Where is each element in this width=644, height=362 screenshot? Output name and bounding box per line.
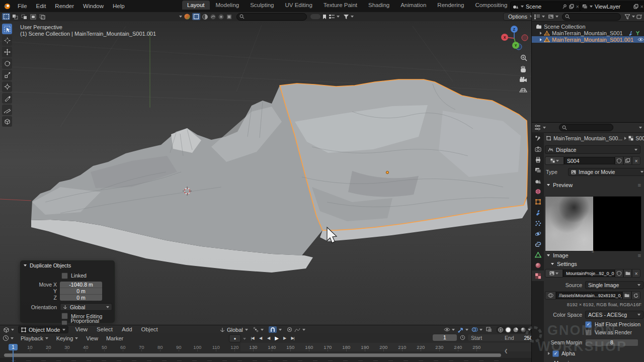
tab-modeling[interactable]: Modeling bbox=[211, 1, 245, 10]
half-float-checkbox[interactable]: ✓ bbox=[585, 321, 592, 328]
scene-selector[interactable]: Scene × bbox=[510, 2, 582, 12]
prev-keyframe-button[interactable]: ◀ bbox=[257, 334, 264, 341]
overlays-toggle-icon[interactable] bbox=[471, 327, 478, 332]
filepath-reload-icon[interactable] bbox=[631, 291, 640, 300]
close-viewlayer-icon[interactable]: × bbox=[640, 4, 643, 10]
move-x-field[interactable]: -1040.8 m bbox=[60, 282, 102, 288]
navigation-gizmo[interactable]: X Z Y bbox=[498, 24, 531, 97]
outliner-row-terrain-1[interactable]: MainTerrain_Mountain_S001 bbox=[532, 30, 644, 36]
falloff-sphere-icon[interactable] bbox=[184, 13, 191, 20]
snap-magnet-icon[interactable] bbox=[269, 326, 277, 333]
tab-viewlayer-icon[interactable] bbox=[535, 165, 541, 175]
pivot-point-icon[interactable] bbox=[253, 327, 259, 332]
keying-set-caret[interactable] bbox=[243, 338, 246, 340]
display-mode-icon[interactable] bbox=[329, 14, 335, 20]
auto-keying-record-button[interactable]: ● bbox=[229, 334, 241, 342]
bookmark-icon[interactable] bbox=[322, 14, 327, 20]
vp-menu-object[interactable]: Object bbox=[137, 325, 163, 334]
menu-edit[interactable]: Edit bbox=[32, 0, 51, 12]
select-mode-new-icon[interactable] bbox=[2, 13, 10, 20]
viewlayer-name[interactable]: ViewLayer bbox=[595, 4, 631, 10]
mode-dropdown[interactable]: Object Mode bbox=[18, 326, 68, 333]
vp-menu-select[interactable]: Select bbox=[92, 325, 117, 334]
new-viewlayer-icon[interactable] bbox=[633, 4, 638, 9]
tool-select-box[interactable] bbox=[2, 24, 12, 34]
drag-handle-icon[interactable]: ≡ bbox=[638, 252, 641, 258]
properties-search-input[interactable] bbox=[559, 124, 613, 131]
shading-wireframe-icon[interactable] bbox=[498, 327, 504, 333]
gizmo-caret[interactable] bbox=[465, 329, 468, 331]
drag-handle-icon[interactable]: ≡ bbox=[638, 182, 641, 188]
new-copy-icon[interactable] bbox=[623, 156, 632, 165]
tab-modifiers-icon[interactable] bbox=[535, 207, 541, 218]
select-mode-subtract-icon[interactable] bbox=[20, 13, 28, 20]
tool-transform[interactable] bbox=[2, 81, 12, 92]
tab-rendering[interactable]: Rendering bbox=[432, 1, 469, 10]
tab-constraints-icon[interactable] bbox=[535, 239, 541, 249]
prev-frame-button[interactable]: ◀ bbox=[265, 334, 272, 341]
display-mode-caret[interactable] bbox=[337, 16, 340, 18]
timeline-menu-playback[interactable]: Playback bbox=[17, 335, 52, 341]
end-frame-field[interactable]: End 250 bbox=[502, 334, 536, 341]
tab-particles-icon[interactable] bbox=[535, 218, 541, 228]
alpha-collapse-arrow[interactable] bbox=[548, 352, 550, 355]
gizmo-toggle-icon[interactable] bbox=[458, 327, 464, 333]
menu-window[interactable]: Window bbox=[78, 0, 108, 12]
image-name-field[interactable]: MountainProje...92_0_0.exr.003 bbox=[563, 269, 615, 277]
outliner-funnel-caret[interactable] bbox=[632, 16, 635, 18]
tab-sculpting[interactable]: Sculpting bbox=[245, 1, 279, 10]
tab-scene-icon[interactable] bbox=[535, 175, 541, 186]
panel-collapse-caret[interactable] bbox=[24, 264, 27, 266]
tool-add-cube[interactable] bbox=[2, 116, 12, 127]
viewlayer-dropdown-caret[interactable] bbox=[590, 6, 593, 8]
filepath-field[interactable]: //assets\Mountain...92x8192_0_0.exr bbox=[556, 292, 622, 299]
blender-logo-icon[interactable] bbox=[0, 3, 13, 10]
falloff-curve-icon[interactable] bbox=[294, 327, 300, 332]
tab-tool-icon[interactable] bbox=[535, 133, 541, 144]
outliner-display-mode-icon[interactable] bbox=[534, 14, 540, 20]
mapping-section-header[interactable]: Mapping bbox=[544, 359, 644, 362]
stencil-icon[interactable] bbox=[226, 14, 232, 20]
menu-help[interactable]: Help bbox=[108, 0, 129, 12]
jump-to-end-button[interactable]: ▶| bbox=[289, 334, 296, 341]
tab-output-icon[interactable] bbox=[535, 154, 541, 165]
texture-type-browse[interactable] bbox=[545, 156, 564, 165]
mask-texture-icon[interactable] bbox=[202, 14, 208, 20]
object-visibility-icon[interactable] bbox=[444, 327, 450, 332]
expand-arrow-icon[interactable] bbox=[540, 38, 542, 41]
timeline-menu-keying[interactable]: Keying bbox=[52, 335, 83, 341]
proportional-editing-icon[interactable] bbox=[287, 327, 292, 332]
timeline-scrollbar[interactable] bbox=[4, 353, 501, 357]
tab-material-icon[interactable] bbox=[535, 260, 541, 270]
move-y-field[interactable]: 0 m bbox=[60, 288, 102, 294]
jump-to-start-button[interactable]: |◀ bbox=[249, 334, 256, 341]
tab-world-icon[interactable] bbox=[535, 186, 541, 197]
proportional-editing-checkbox[interactable] bbox=[61, 320, 67, 325]
filter-caret[interactable] bbox=[351, 16, 354, 18]
breadcrumb-object-name[interactable]: MainTerrain_Mountain_S00... bbox=[553, 135, 622, 141]
transform-orientation-value[interactable]: Global bbox=[227, 327, 243, 333]
filepath-folder-icon[interactable] bbox=[622, 291, 631, 300]
preview-resize-handle[interactable]: ≡ bbox=[592, 249, 594, 254]
view-as-render-checkbox[interactable] bbox=[585, 329, 592, 336]
vp-menu-add[interactable]: Add bbox=[117, 325, 136, 334]
texture-slot-icon[interactable] bbox=[192, 13, 200, 20]
outliner-display-caret[interactable] bbox=[542, 16, 545, 18]
current-frame-field[interactable]: 1 bbox=[433, 334, 457, 341]
region-collapse-arrow[interactable]: ❮ bbox=[504, 348, 508, 353]
brush-search-input[interactable] bbox=[236, 13, 307, 21]
settings-subsection-header[interactable]: Settings bbox=[544, 260, 644, 267]
source-dropdown[interactable]: Single Image bbox=[585, 281, 643, 289]
play-button[interactable]: ▶ bbox=[273, 334, 280, 341]
pivot-caret[interactable] bbox=[261, 329, 264, 331]
type-dropdown[interactable]: Image or Movie bbox=[568, 168, 644, 176]
duplicate-objects-panel[interactable]: Duplicate Objects Linked Move X -1040.8 … bbox=[20, 260, 115, 323]
timeline-menu-marker[interactable]: Marker bbox=[102, 335, 127, 341]
texture-name-field[interactable]: S004 bbox=[564, 157, 615, 164]
tab-object-data-icon[interactable] bbox=[535, 249, 541, 260]
orientation-dropdown[interactable]: Global bbox=[60, 303, 112, 311]
menu-render[interactable]: Render bbox=[50, 0, 78, 12]
preview-section-header[interactable]: Preview ≡ bbox=[544, 182, 644, 189]
select-mode-extend-icon[interactable] bbox=[11, 13, 19, 20]
filter-icon[interactable] bbox=[343, 14, 349, 20]
